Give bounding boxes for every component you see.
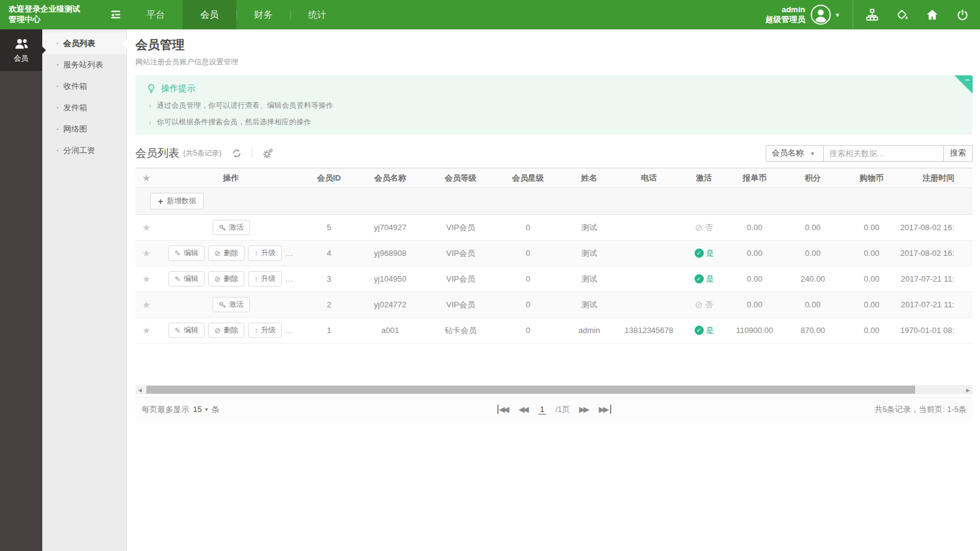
table-header-row: ★ 操作 会员ID 会员名称 会员等级 会员星级 姓名 电话 激活 报单币 积分… xyxy=(135,168,973,188)
pager-prev-button[interactable]: ◀◀ xyxy=(518,405,529,414)
tab-statistics[interactable]: 统计 xyxy=(290,0,344,29)
col-member-stars: 会员星级 xyxy=(494,168,562,187)
cell-member-level: VIP会员 xyxy=(427,266,494,291)
pager-first-button[interactable]: ◀◀ xyxy=(497,405,509,414)
sidebar-item-service-station-list[interactable]: 服务站列表 xyxy=(42,54,126,75)
tab-platform[interactable]: 平台 xyxy=(129,0,183,29)
gears-icon xyxy=(262,148,274,159)
cell-phone xyxy=(617,215,681,240)
pager-last-button[interactable]: ▶▶ xyxy=(599,405,611,414)
cell-realname: admin xyxy=(562,318,617,343)
sidebar-item-inbox[interactable]: 收件箱 xyxy=(42,75,126,97)
cell-report-coin: 0.00 xyxy=(727,292,782,317)
top-nav: 平台 会员 财务 统计 xyxy=(129,0,344,29)
page-head: 会员管理 网站注册会员账户信息设置管理 xyxy=(135,29,973,67)
edit-button[interactable]: ✎编辑 xyxy=(168,323,205,338)
welcome-line1: 欢迎登录企业猫测试 xyxy=(9,4,103,14)
add-data-button[interactable]: + 新增数据 xyxy=(150,193,204,209)
tab-member[interactable]: 会员 xyxy=(183,0,236,29)
sidebar-item-network-diagram[interactable]: 网络图 xyxy=(42,118,126,140)
edit-button[interactable]: ✎编辑 xyxy=(168,246,205,261)
delete-button[interactable]: ⊘删除 xyxy=(208,323,244,338)
cell-member-name: yj968908 xyxy=(353,241,427,266)
per-page-select[interactable]: 15 ▾ xyxy=(193,405,208,414)
sidebar-item-outbox[interactable]: 发件箱 xyxy=(42,97,126,118)
cell-realname: 测试 xyxy=(562,292,617,317)
edit-button[interactable]: ✎编辑 xyxy=(168,271,205,287)
module-member-label: 会员 xyxy=(14,53,29,64)
home-button[interactable] xyxy=(925,8,939,21)
ban-icon: ⊘ xyxy=(214,250,221,257)
refresh-button[interactable] xyxy=(232,148,242,159)
module-member[interactable]: 会员 xyxy=(0,29,42,71)
page-title: 会员管理 xyxy=(135,37,973,53)
activate-button[interactable]: 激活 xyxy=(213,297,250,312)
page-subtitle: 网站注册会员账户信息设置管理 xyxy=(135,57,973,67)
tab-finance[interactable]: 财务 xyxy=(236,0,290,29)
cell-points: 0.00 xyxy=(782,241,843,266)
cell-reg-time: 2017-08-02 16: xyxy=(900,215,973,240)
favorite-star-icon[interactable]: ★ xyxy=(142,222,150,233)
logout-button[interactable] xyxy=(956,8,969,21)
sitemap-button[interactable] xyxy=(865,8,879,21)
arrow-up-icon: ↑ xyxy=(254,327,258,334)
pager-current-page[interactable]: 1 xyxy=(538,405,546,414)
header-star-icon[interactable]: ★ xyxy=(142,173,150,184)
per-page-control: 每页最多显示 15 ▾ 条 xyxy=(141,404,220,415)
key-icon xyxy=(219,301,226,309)
favorite-star-icon[interactable]: ★ xyxy=(142,248,150,259)
tips-title-row: 操作提示 xyxy=(146,83,962,94)
cell-activated: ⊘ 否 xyxy=(681,292,727,317)
more-actions-button[interactable]: ... xyxy=(285,326,293,335)
cell-phone xyxy=(617,266,681,291)
more-actions-button[interactable]: ... xyxy=(285,249,293,258)
cell-member-stars: 0 xyxy=(494,241,562,266)
theme-button[interactable] xyxy=(895,8,909,21)
key-icon xyxy=(219,224,226,231)
favorite-star-icon[interactable]: ★ xyxy=(142,299,150,310)
list-settings-button[interactable] xyxy=(262,148,274,159)
sidebar-item-member-list[interactable]: 会员列表 xyxy=(42,32,126,54)
user-name: admin xyxy=(765,5,805,15)
check-circle-icon: ✓ xyxy=(695,326,704,335)
avatar[interactable] xyxy=(810,4,831,25)
scroll-left-arrow[interactable]: ◂ xyxy=(135,385,145,394)
records-summary: 共5条记录，当前页: 1-5条 xyxy=(875,404,967,415)
upgrade-button[interactable]: ↑升级 xyxy=(248,323,282,338)
cell-member-id: 5 xyxy=(304,215,353,240)
upgrade-button[interactable]: ↑升级 xyxy=(248,271,282,287)
cell-member-id: 1 xyxy=(304,318,353,343)
pager-next-button[interactable]: ▶▶ xyxy=(579,405,590,414)
upgrade-button[interactable]: ↑升级 xyxy=(248,246,282,261)
ban-icon: ⊘ xyxy=(695,300,703,309)
more-actions-button[interactable]: ... xyxy=(285,275,293,283)
module-rail: 会员 xyxy=(0,29,42,551)
horizontal-scrollbar: ◂ ▸ xyxy=(135,385,973,394)
list-title: 会员列表 xyxy=(135,146,179,160)
avatar-dropdown-caret-icon[interactable]: ▾ xyxy=(835,11,839,19)
main-content: 会员管理 网站注册会员账户信息设置管理 – 操作提示 通过会员管理，你可以进行查… xyxy=(127,29,980,551)
cell-member-id: 4 xyxy=(304,241,353,266)
col-member-level: 会员等级 xyxy=(427,168,494,187)
activate-button[interactable]: 激活 xyxy=(213,220,250,235)
cell-activated: ✓ 是 xyxy=(681,241,727,266)
cell-reg-time: 1970-01-01 08: xyxy=(900,318,973,343)
search-button[interactable]: 搜索 xyxy=(943,145,973,162)
cell-member-stars: 0 xyxy=(494,266,562,291)
scroll-right-arrow[interactable]: ▸ xyxy=(963,385,973,394)
search-category-select[interactable]: 会员名称 ▾ xyxy=(766,145,824,162)
favorite-star-icon[interactable]: ★ xyxy=(142,325,150,336)
status-active: 是 xyxy=(706,248,714,259)
favorite-star-icon[interactable]: ★ xyxy=(142,274,150,285)
sidebar-toggle-button[interactable] xyxy=(103,0,129,29)
cell-shopping-coin: 0.00 xyxy=(843,318,900,343)
delete-button[interactable]: ⊘删除 xyxy=(208,271,244,287)
per-page-unit: 条 xyxy=(212,404,220,415)
tips-collapse-button[interactable]: – xyxy=(965,75,970,84)
sidebar-item-profit-salary[interactable]: 分润工资 xyxy=(42,140,126,161)
delete-button[interactable]: ⊘删除 xyxy=(208,246,244,261)
scrollbar-thumb[interactable] xyxy=(146,386,915,394)
search-input[interactable] xyxy=(824,145,944,162)
tips-corner-fold[interactable] xyxy=(954,75,973,94)
arrow-up-icon: ↑ xyxy=(254,250,258,257)
